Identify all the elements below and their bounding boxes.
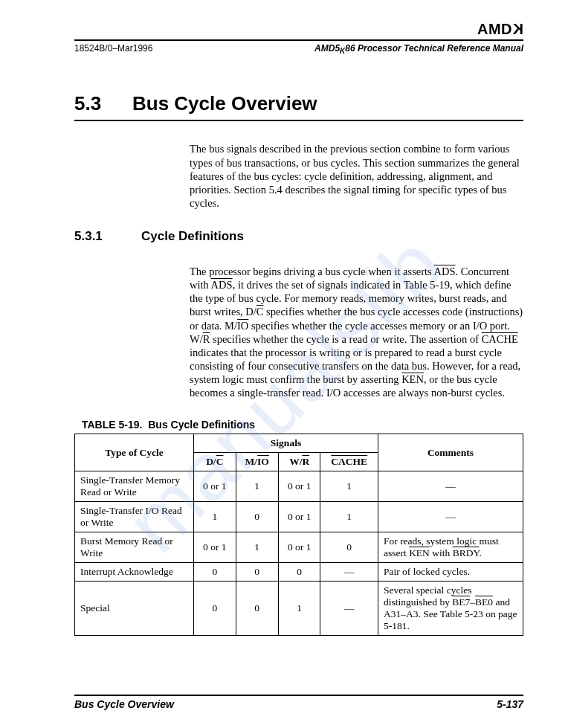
bus-cycle-definitions-table: Type of Cycle Signals Comments D/C M/IO …	[74, 434, 523, 636]
subsection-number: 5.3.1	[74, 229, 141, 244]
table-header: Type of Cycle Signals Comments D/C M/IO …	[75, 434, 523, 471]
subsection-title-text: Cycle Definitions	[141, 229, 244, 244]
col-cache: CACHE	[320, 453, 378, 471]
page-footer: Bus Cycle Overview 5-137	[74, 695, 523, 710]
footer-left: Bus Cycle Overview	[74, 698, 174, 710]
col-comments: Comments	[378, 434, 523, 471]
table-row: Special 0 0 1 — Several special cycles d…	[75, 582, 523, 636]
col-wr: W/R	[278, 453, 320, 471]
table-row: Single-Transfer I/O Read or Write 1 0 0 …	[75, 502, 523, 532]
manual-title: AMD5K86 Processor Technical Reference Ma…	[314, 43, 523, 55]
table-row: Interrupt Acknowledge 0 0 0 — Pair of lo…	[75, 563, 523, 582]
subsection-heading: 5.3.1 Cycle Definitions	[74, 229, 523, 244]
doc-id: 18524B/0–Mar1996	[74, 43, 152, 55]
header-row: 18524B/0–Mar1996 AMD5K86 Processor Techn…	[74, 43, 523, 55]
brand-logo: AMDK	[74, 21, 523, 38]
table-caption: TABLE 5-19. Bus Cycle Definitions	[82, 419, 523, 431]
footer-rule	[74, 695, 523, 696]
intro-paragraph: The bus signals described in the previou…	[190, 142, 523, 210]
section-number: 5.3	[74, 92, 132, 115]
col-dc: D/C	[194, 453, 236, 471]
header-rule	[74, 39, 523, 41]
section-heading: 5.3 Bus Cycle Overview	[74, 92, 523, 121]
table-row: Burst Memory Read or Write 0 or 1 1 0 or…	[75, 532, 523, 563]
table-row: Single-Transfer Memory Read or Write 0 o…	[75, 471, 523, 502]
col-signals: Signals	[194, 434, 378, 453]
footer-page-number: 5-137	[497, 698, 523, 710]
document-page: manualslib AMDK 18524B/0–Mar1996 AMD5K86…	[0, 0, 568, 728]
section-title-text: Bus Cycle Overview	[132, 92, 317, 115]
cycle-definitions-paragraph: The processor begins driving a bus cycle…	[190, 265, 523, 399]
col-type: Type of Cycle	[75, 434, 194, 471]
col-mio: M/IO	[236, 453, 278, 471]
